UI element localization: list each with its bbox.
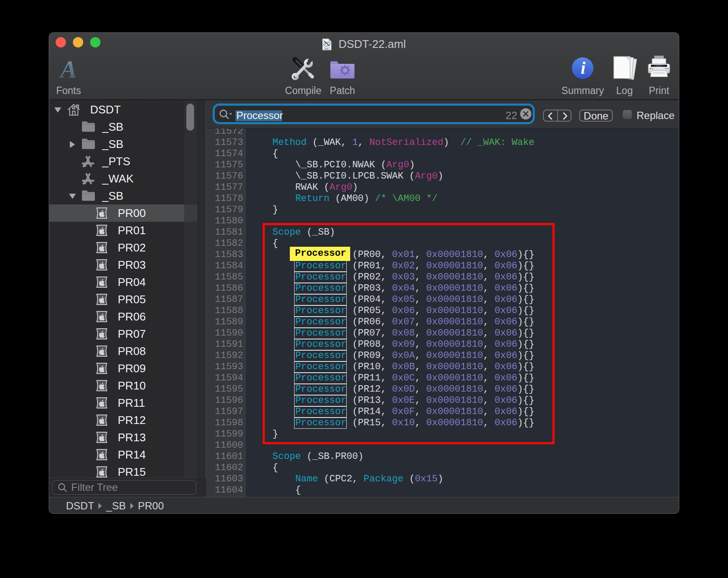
svg-text:AML: AML — [325, 47, 329, 49]
svg-text:A: A — [59, 59, 77, 83]
svg-text:i: i — [581, 58, 585, 78]
